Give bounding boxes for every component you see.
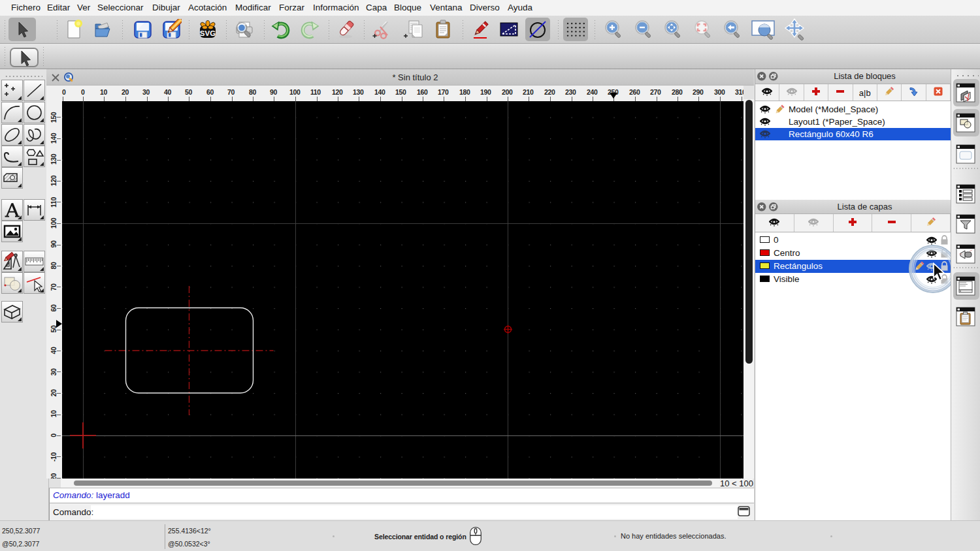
svg-text:SVG: SVG (200, 29, 216, 37)
